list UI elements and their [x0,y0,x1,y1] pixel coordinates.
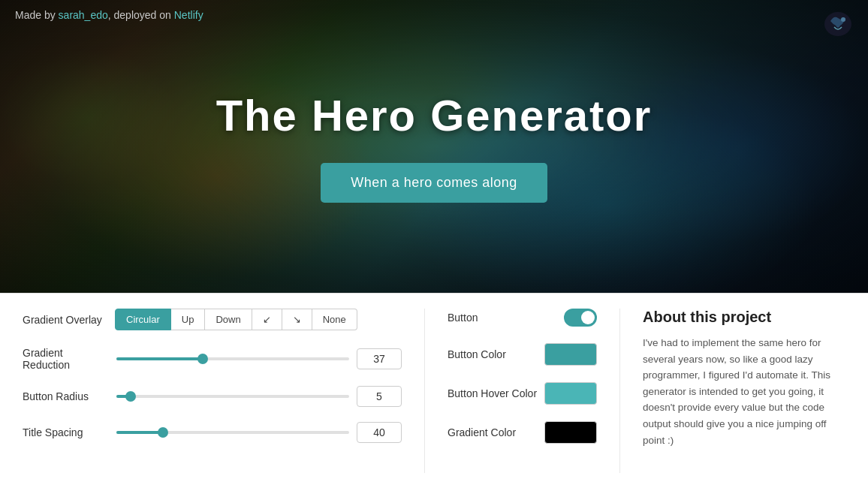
button-radius-label: Button Radius [23,390,109,402]
button-radius-row: Button Radius [23,386,402,407]
gradient-reduction-fill [116,357,203,360]
netlify-link[interactable]: Netlify [174,9,203,21]
button-hover-label: Button Hover Color [448,387,537,399]
overlay-circular-btn[interactable]: Circular [115,309,171,330]
about-text: I've had to implement the same hero for … [643,335,845,448]
button-hover-row: Button Hover Color [448,382,597,405]
button-radius-track [116,395,349,398]
gradient-color-label: Gradient Color [448,426,516,438]
gradient-color-swatch[interactable] [544,421,597,444]
gradient-overlay-row: Gradient Overlay Circular Up Down ↙ ↘ No… [23,309,402,330]
controls-right: About this project I've had to implement… [620,309,845,473]
button-hover-swatch[interactable] [544,382,597,405]
toggle-thumb [581,311,595,324]
controls-middle: Button Button Color Button Hover Color G… [425,309,620,473]
button-color-row: Button Color [448,343,597,366]
gradient-reduction-input[interactable] [357,348,402,369]
svg-point-1 [841,17,845,22]
title-spacing-track [116,431,349,434]
button-toggle-label: Button [448,312,478,324]
overlay-buttons: Circular Up Down ↙ ↘ None [115,309,357,330]
hero-section: Made by sarah_edo, deployed on Netlify T… [0,0,868,293]
overlay-none-btn[interactable]: None [312,309,357,330]
overlay-dl-btn[interactable]: ↙ [252,309,282,330]
title-spacing-row: Title Spacing [23,422,402,443]
title-spacing-label: Title Spacing [23,426,109,438]
deployed-text: , deployed on [108,9,174,21]
overlay-up-btn[interactable]: Up [171,309,206,330]
about-title: About this project [643,309,845,326]
overlay-down-btn[interactable]: Down [205,309,252,330]
title-spacing-fill [116,431,163,434]
gradient-reduction-label: Gradient Reduction [23,347,109,371]
hero-title: The Hero Generator [216,90,653,140]
button-radius-thumb[interactable] [125,391,136,402]
gradient-reduction-row: Gradient Reduction [23,347,402,371]
made-by-text: Made by [15,9,59,21]
gradient-reduction-track [116,357,349,360]
button-color-label: Button Color [448,348,506,360]
gradient-color-row: Gradient Color [448,421,597,444]
hero-button[interactable]: When a hero comes along [321,163,547,203]
title-spacing-input[interactable] [357,422,402,443]
top-bar: Made by sarah_edo, deployed on Netlify [15,9,203,21]
logo-icon [819,8,857,45]
author-link[interactable]: sarah_edo [59,9,108,21]
button-toggle[interactable] [564,309,597,327]
button-toggle-row: Button [448,309,597,327]
controls-left: Gradient Overlay Circular Up Down ↙ ↘ No… [23,309,425,473]
overlay-dr-btn[interactable]: ↘ [282,309,312,330]
gradient-reduction-thumb[interactable] [197,354,208,364]
gradient-overlay-label: Gradient Overlay [23,314,109,326]
button-radius-input[interactable] [357,386,402,407]
button-color-swatch[interactable] [544,343,597,366]
title-spacing-thumb[interactable] [158,427,168,438]
hero-content: The Hero Generator When a hero comes alo… [216,90,653,203]
controls-section: Gradient Overlay Circular Up Down ↙ ↘ No… [0,293,868,488]
